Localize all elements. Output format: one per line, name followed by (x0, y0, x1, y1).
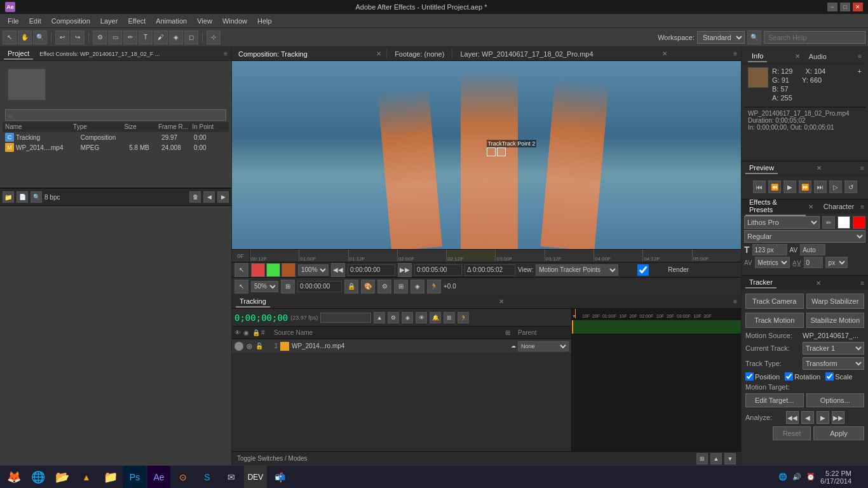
taskbar-explorer[interactable]: 📂 (51, 466, 74, 489)
panel-menu-icon[interactable]: ≡ (224, 50, 227, 57)
layer-lock[interactable]: 🔓 (255, 342, 264, 351)
metrics-select[interactable]: Metrics (755, 257, 790, 268)
new-comp-btn[interactable]: 📄 (17, 191, 28, 203)
tool-brush[interactable]: 🖌 (154, 30, 168, 44)
tab-effects-presets[interactable]: Effects & Presets (745, 197, 806, 216)
stabilize-motion-button[interactable]: Stabilize Motion (806, 313, 865, 328)
taskbar-email[interactable]: ✉ (220, 466, 243, 489)
taskbar-dev[interactable]: DEV (244, 466, 267, 489)
close-button[interactable]: ✕ (853, 3, 863, 11)
tool-mask[interactable]: ▭ (108, 30, 122, 44)
rotation-checkbox[interactable] (785, 372, 793, 381)
tab-character[interactable]: Character (820, 201, 858, 212)
status-btn-2[interactable]: ▲ (710, 453, 722, 464)
comp-bot-btn2[interactable]: ⊞ (281, 280, 295, 294)
tool-type[interactable]: T (139, 30, 153, 44)
taskbar-photoshop[interactable]: Ps (123, 466, 146, 489)
view-select[interactable]: Motion Tracker Points (536, 264, 618, 276)
tl-btn-6[interactable]: ⊞ (444, 312, 455, 323)
viewer-select-tool[interactable]: ↖ (234, 263, 248, 277)
tool-pen[interactable]: ✏ (123, 30, 137, 44)
comp-tab-close[interactable]: ✕ (376, 50, 381, 57)
tab-composition[interactable]: Composition: Tracking (236, 49, 310, 59)
tl-btn-4[interactable]: 👁 (416, 312, 427, 323)
menu-file[interactable]: File (3, 16, 24, 26)
tool-undo[interactable]: ↩ (55, 30, 69, 44)
info-menu[interactable]: ≡ (858, 53, 862, 60)
comp-bot-btn7[interactable]: ◈ (410, 280, 424, 294)
taskbar-files[interactable]: 📁 (99, 466, 122, 489)
tool-puppet[interactable]: ⊹ (207, 30, 220, 44)
position-checkbox[interactable] (745, 372, 754, 381)
font-style-select[interactable]: Regular (744, 230, 865, 243)
position-checkbox-label[interactable]: Position (745, 372, 780, 381)
edit-target-button[interactable]: Edit Target... (745, 393, 804, 407)
scale-checkbox-label[interactable]: Scale (825, 372, 853, 381)
tool-eraser[interactable]: ◻ (184, 30, 198, 44)
tab-effect-controls[interactable]: Effect Controls: WP_20140617_17_18_02_F … (36, 50, 163, 58)
track-camera-button[interactable]: Track Camera (745, 294, 804, 309)
tab-info[interactable]: Info (748, 51, 767, 62)
scale-checkbox[interactable] (825, 372, 834, 381)
tl-btn-7[interactable]: 🏃 (458, 312, 469, 323)
tl-btn-2[interactable]: ⚙ (388, 312, 399, 323)
comp-bot-btn4[interactable]: 🎨 (361, 280, 375, 294)
kerning-input[interactable] (804, 257, 823, 268)
menu-view[interactable]: View (192, 16, 217, 26)
timeline-search[interactable] (320, 313, 371, 323)
delete-btn[interactable]: 🗑 (189, 191, 201, 203)
taskbar-firefox[interactable]: 🦊 (3, 466, 25, 489)
analyze-next-next-btn[interactable]: ▶▶ (832, 411, 844, 424)
analyze-next-btn[interactable]: ▶ (817, 411, 829, 424)
list-item[interactable]: C Tracking Composition 29.97 0:00 (3, 132, 229, 142)
preview-ram-btn[interactable]: ▷ (829, 180, 842, 193)
next-frame-btn[interactable]: ▶▶ (398, 263, 412, 277)
new-folder-btn[interactable]: 📁 (3, 191, 14, 203)
tab-project[interactable]: Project (4, 48, 33, 60)
warp-stabilizer-button[interactable]: Warp Stabilizer (806, 294, 865, 309)
font-size-input[interactable] (752, 244, 787, 255)
taskbar-skype[interactable]: S (196, 466, 219, 489)
menu-composition[interactable]: Composition (46, 16, 95, 26)
tab-footage[interactable]: Footage: (none) (392, 49, 447, 59)
tab-audio[interactable]: Audio (805, 51, 831, 62)
timeline-menu[interactable]: ≡ (733, 298, 737, 305)
table-row[interactable]: ◎ 🔓 1 WP_2014...ro.mp4 ☁ None (232, 339, 571, 353)
menu-window[interactable]: Window (217, 16, 252, 26)
preview-first-btn[interactable]: ⏮ (753, 180, 766, 193)
taskbar-ie[interactable]: 🌐 (27, 466, 50, 489)
tracker-menu[interactable]: ≡ (860, 280, 864, 287)
taskbar-ae[interactable]: Ae (147, 466, 170, 489)
comp-time-input[interactable] (297, 281, 342, 292)
tool-hand[interactable]: ✋ (18, 30, 32, 44)
tool-select[interactable]: ↖ (3, 30, 17, 44)
comp-bot-btn1[interactable]: ↖ (234, 280, 248, 294)
effects-close[interactable]: ✕ (808, 203, 813, 210)
tab-tracker[interactable]: Tracker (745, 277, 776, 288)
tool-settings[interactable]: ⚙ (93, 30, 107, 44)
tool-red[interactable] (251, 263, 265, 277)
menu-help[interactable]: Help (252, 16, 277, 26)
current-time-input[interactable] (348, 264, 395, 276)
tool-orange[interactable] (281, 263, 295, 277)
comp-zoom-select[interactable]: 50% (251, 281, 278, 292)
options-button[interactable]: Options... (806, 393, 865, 407)
prev-frame-btn[interactable]: ◀◀ (331, 263, 345, 277)
tool-clone[interactable]: ◈ (169, 30, 183, 44)
tab-layer[interactable]: Layer: WP_20140617_17_18_02_Pro.mp4 (458, 49, 595, 59)
tool-green[interactable] (266, 263, 280, 277)
status-btn-1[interactable]: ⊞ (696, 453, 708, 464)
reset-button[interactable]: Reset (773, 426, 811, 440)
comp-bot-btn8[interactable]: 🏃 (427, 280, 441, 294)
menu-edit[interactable]: Edit (24, 16, 46, 26)
tool-zoom[interactable]: 🔍 (33, 30, 47, 44)
workspace-select[interactable]: Standard (697, 31, 745, 44)
nav-left-btn[interactable]: ◀ (203, 191, 215, 203)
tool-redo[interactable]: ↪ (71, 30, 85, 44)
list-item[interactable]: M WP_2014....mp4 MPEG 5.8 MB 24.008 0:00 (3, 142, 229, 152)
preview-menu[interactable]: ≡ (860, 165, 864, 172)
taskbar-more[interactable]: 📬 (268, 466, 291, 489)
tracking-val-input[interactable] (800, 244, 825, 255)
layer-tab-close[interactable]: ✕ (662, 50, 667, 57)
analyze-prev-prev-btn[interactable]: ◀◀ (786, 411, 799, 424)
